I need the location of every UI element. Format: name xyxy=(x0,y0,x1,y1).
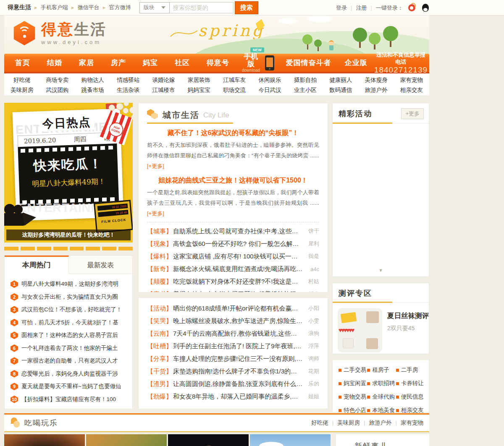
hot-list-item[interactable]: 8 恋爱曝光后，亲妈化身人肉监视器干涉 xyxy=(10,368,127,381)
subnav-link[interactable]: 休闲娱乐 xyxy=(252,75,287,85)
login-link[interactable]: 登录 xyxy=(336,4,347,12)
subnav-link[interactable]: 健康丽人 xyxy=(323,75,358,85)
carousel-indicator[interactable] xyxy=(86,247,100,250)
quick-link[interactable]: 二手房 xyxy=(396,366,425,374)
subnav-link[interactable]: 今日武汉 xyxy=(252,85,287,95)
post-row[interactable]: 【蜜书】 美得有特点!小主能少得了耳饰,超美婚纱礼服搭配!速 婚小 xyxy=(147,288,319,292)
quick-link[interactable]: 租房子 xyxy=(367,366,396,374)
subnav-link[interactable]: 好吃佬 xyxy=(4,75,39,85)
nav-item[interactable]: 妈宝 xyxy=(134,54,166,72)
section-link[interactable]: 家有宠物 xyxy=(391,419,423,427)
nav-item[interactable]: 结婚 xyxy=(39,54,71,72)
carousel-indicator[interactable] xyxy=(21,247,35,250)
subnav-link[interactable]: 购物达人 xyxy=(75,75,110,85)
subnav-link[interactable]: 美味厨房 xyxy=(4,85,39,95)
quick-link[interactable]: 全球代购 xyxy=(367,393,396,401)
section-link[interactable]: 美味厨房 xyxy=(328,419,360,427)
review-item[interactable]: ♥♥♥♥♥♥ 夏日丝袜测评 2双只要45 xyxy=(333,303,429,352)
subnav-link[interactable]: 相亲交友 xyxy=(394,85,429,95)
post-row[interactable]: 【干货】 床垫选购指南!选什么牌子才不辜负你1/3的人生?速看！ 花期 xyxy=(147,365,319,378)
quick-link[interactable]: 妈宝闲置 xyxy=(339,380,367,387)
carousel-indicator[interactable] xyxy=(53,247,68,250)
quick-link[interactable]: 宠物交易 xyxy=(339,393,367,401)
post-row[interactable]: 【渣男】 让高圆圆倒追,徐静蕾备胎,张亚东到底有什么致命诱惑? 乐的 xyxy=(147,378,319,390)
subnav-link[interactable]: 摄影自拍 xyxy=(288,75,323,85)
tab-latest-posts[interactable]: 最新发表 xyxy=(69,256,133,274)
subnav-link[interactable]: 数码通信 xyxy=(323,85,358,95)
more-button[interactable]: +更多 xyxy=(401,108,424,119)
site-brand[interactable]: 得意生活 xyxy=(8,4,31,11)
subnav-link[interactable]: 家有宠物 xyxy=(394,75,429,85)
nav-item-mobile-version[interactable]: NEW 手机版 download xyxy=(242,53,260,73)
photo-hotpot[interactable] xyxy=(4,434,85,446)
nav-item[interactable]: 得意号 xyxy=(198,54,238,72)
topbar-link-wechat[interactable]: 微信平台 xyxy=(78,4,100,11)
hot-list-item[interactable]: 6 一个礼拜连着去了两次！他家的干煸土 xyxy=(10,342,127,355)
quick-link[interactable]: 便民信息 xyxy=(396,393,425,401)
subnav-link[interactable]: 家居装饰 xyxy=(181,75,217,85)
post-row[interactable]: 【爆料】 这家宝藏店铺 ,应有尽有! 100块钱可以买一家人的衣 我是 xyxy=(147,250,319,263)
subnav-link[interactable]: 职场交流 xyxy=(217,85,252,95)
search-input[interactable] xyxy=(170,2,234,13)
register-link[interactable]: 注册 xyxy=(356,4,367,12)
quick-link[interactable]: 卡券转让 xyxy=(396,380,425,387)
carousel-indicator[interactable] xyxy=(4,247,18,250)
site-logo[interactable]: 得意生活 www.deyi.com xyxy=(13,21,107,45)
photo-portrait[interactable] xyxy=(168,434,249,446)
hot-list-item[interactable]: 9 夏天就是要每天不重样~当妈了也要做仙 xyxy=(10,380,127,393)
photo-fried-food[interactable] xyxy=(86,434,167,446)
nav-item-enterprise[interactable]: 企业版 xyxy=(338,58,374,68)
post-row[interactable]: 【新奇】 新概念冰火锅,锅底竟用红酒煮成!先喝汤再吃肉,真满足! a4c xyxy=(147,263,319,275)
subnav-link[interactable]: 旅游户外 xyxy=(358,85,394,95)
featured-headline[interactable]: 藏不住了！这6家武汉的哥私藏的“尖板眼”！ xyxy=(147,129,319,138)
section-link[interactable]: 好吃佬 xyxy=(311,419,328,427)
subnav-link[interactable]: 妈妈宝宝 xyxy=(181,85,217,95)
carousel-indicator[interactable] xyxy=(102,247,116,250)
subnav-link[interactable]: 江城车友 xyxy=(217,75,252,85)
topbar-link-weibo[interactable]: 官方微博 xyxy=(109,4,131,11)
section-link[interactable]: 旅游户外 xyxy=(360,419,392,427)
carousel-indicator[interactable] xyxy=(37,247,51,250)
hot-list-item[interactable]: 3 武汉煎包C位！不想多说，好吃就完了！ xyxy=(10,303,127,316)
subnav-link[interactable]: 情感驿站 xyxy=(110,75,146,85)
nav-item[interactable]: 家居 xyxy=(71,54,102,72)
hot-topic-carousel-slide[interactable]: ENTERTAINMENT 今日热点 2019.6.20周四晴 快来吃瓜！ 明星… xyxy=(4,103,133,243)
nav-item[interactable]: 社区 xyxy=(166,54,198,72)
phone-icon[interactable] xyxy=(265,55,274,70)
search-button[interactable]: 搜索 xyxy=(235,1,258,14)
post-row[interactable]: 【现象】 高铁盒饭60一份还不好吃? 你们一般怎么解决吃饭问 犀利 xyxy=(147,237,319,250)
subnav-link[interactable]: 生活杂谈 xyxy=(110,85,146,95)
carousel-indicator[interactable] xyxy=(118,247,133,250)
subnav-link[interactable]: 谈婚论嫁 xyxy=(146,75,181,85)
post-row[interactable]: 【吐槽】 到手的主任副主任泡汤了! 医院上了9年夜班,我不甘心! 浮萍 xyxy=(147,340,319,352)
nav-item-patriotic[interactable]: 爱国情奋斗者 xyxy=(279,58,338,68)
post-row[interactable]: 【活动】 晒出你的618成绩单!开帖or评论都有机会赢取精美礼 小阳 xyxy=(147,302,319,315)
hot-list-item[interactable]: 7 一家很古老的自助餐，只有老武汉人才 xyxy=(10,355,127,368)
nav-item[interactable]: 房产 xyxy=(102,54,134,72)
tab-weekly-hot[interactable]: 本周热门 xyxy=(5,256,69,274)
subnav-link[interactable]: 美体瘦身 xyxy=(358,75,394,85)
post-row[interactable]: 【笑哭】 晚上嗦螺丝凌晨破水,救护车送进产房,惊险生娃24小时! 小雯 xyxy=(147,315,319,327)
nav-item[interactable]: 首页 xyxy=(7,54,39,72)
hot-list-item[interactable]: 5 面相来了！这种体态的女人容易子宫后 xyxy=(10,329,127,342)
more-link[interactable]: [+更多] xyxy=(147,163,164,169)
hot-list-item[interactable]: 1 明星八卦大爆料49期，这期好多湾湾明 xyxy=(10,278,127,291)
subnav-link[interactable]: 武汉团购 xyxy=(39,85,75,95)
subnav-link[interactable]: 商场专卖 xyxy=(39,75,75,85)
post-row[interactable]: 【云南】 7天4千的云南高配旅行,教你省钱避坑,这些项目必体验! 浪狗 xyxy=(147,327,319,340)
photo-sky[interactable] xyxy=(250,434,331,446)
hot-list-item[interactable]: 10 【折扣爆料】宝藏店铺应有尽有！100 xyxy=(10,393,127,406)
board-select-dropdown[interactable]: 版块 xyxy=(139,2,170,13)
subnav-link[interactable]: 江城楼市 xyxy=(146,85,181,95)
carousel-indicator[interactable] xyxy=(70,247,84,250)
subnav-link[interactable]: 业主小区 xyxy=(288,85,323,95)
post-row[interactable]: 【分享】 车撞人处理的完整步骤!记住三不一没有原则,一定不亏! 询师 xyxy=(147,352,319,365)
post-row[interactable]: 【劲爆】 和女友8年异地，却落入已婚同事的温柔乡,酒后误亲她! 姐姐 xyxy=(147,390,319,403)
hot-list-item[interactable]: 2 与女友公开出柜，实为骗情直女只为圈 xyxy=(10,291,127,304)
subnav-link[interactable]: 跳蚤市场 xyxy=(75,85,110,95)
scroll-down-arrow-icon[interactable]: ▼ xyxy=(378,268,383,273)
qq-login-icon[interactable] xyxy=(422,4,429,12)
post-row[interactable]: 【城事】 自助系统上线,公司就可查办社保;中考,这些区注意避堵! 饼干 xyxy=(147,225,319,237)
quick-link[interactable]: 求职招聘 xyxy=(367,380,396,387)
post-row[interactable]: 【颠覆】 吃完饭就躺下对身体不好还变胖?不!我这是在保护肠胃! 村姑 xyxy=(147,275,319,288)
